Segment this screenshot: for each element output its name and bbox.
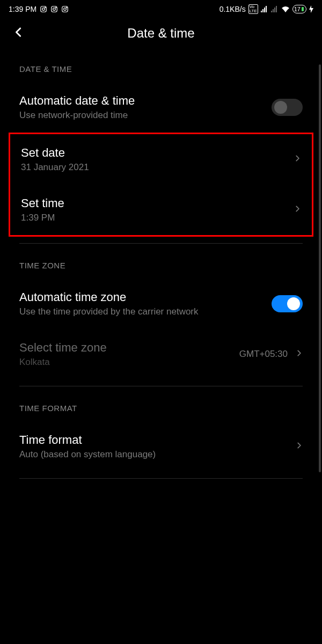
svg-rect-10 bbox=[262, 9, 264, 12]
charging-icon bbox=[309, 5, 313, 13]
row-automatic-time-zone[interactable]: Automatic time zone Use the time provide… bbox=[0, 279, 322, 329]
svg-rect-9 bbox=[261, 11, 262, 12]
svg-rect-11 bbox=[264, 8, 265, 12]
toggle-automatic-time-zone[interactable] bbox=[272, 295, 303, 312]
svg-rect-14 bbox=[273, 9, 274, 12]
row-automatic-date-time[interactable]: Automatic date & time Use network-provid… bbox=[0, 82, 322, 133]
row-subtitle: Auto (based on system language) bbox=[19, 449, 295, 460]
row-title: Set time bbox=[21, 196, 294, 210]
row-value: GMT+05:30 bbox=[239, 349, 288, 360]
instagram-icon bbox=[40, 5, 47, 13]
status-data-rate: 0.1KB/s bbox=[219, 5, 246, 13]
row-time-format[interactable]: Time format Auto (based on system langua… bbox=[0, 421, 322, 472]
svg-point-7 bbox=[64, 8, 67, 11]
status-bar: 1:39 PM 0.1KB/s VoLTE 17 bbox=[0, 0, 322, 16]
toggle-automatic-date-time[interactable] bbox=[272, 99, 303, 116]
svg-rect-13 bbox=[271, 11, 272, 12]
section-header-date-time: DATE & TIME bbox=[0, 54, 322, 82]
row-title: Select time zone bbox=[19, 341, 239, 355]
row-subtitle: Kolkata bbox=[19, 357, 239, 368]
row-subtitle: 31 January 2021 bbox=[21, 162, 294, 173]
signal-icon bbox=[271, 6, 279, 12]
svg-point-5 bbox=[56, 7, 56, 8]
instagram-icon bbox=[50, 5, 58, 13]
chevron-right-icon bbox=[294, 153, 301, 166]
svg-point-4 bbox=[53, 8, 56, 11]
status-time: 1:39 PM bbox=[9, 5, 36, 13]
svg-point-8 bbox=[67, 7, 67, 8]
row-title: Time format bbox=[19, 433, 295, 447]
chevron-right-icon bbox=[295, 348, 303, 361]
svg-rect-15 bbox=[274, 8, 275, 12]
divider bbox=[19, 243, 303, 244]
svg-point-1 bbox=[42, 8, 45, 11]
instagram-icon bbox=[61, 5, 69, 13]
svg-rect-16 bbox=[276, 6, 277, 12]
row-select-time-zone[interactable]: Select time zone Kolkata GMT+05:30 bbox=[0, 329, 322, 379]
volte-icon: VoLTE bbox=[248, 4, 258, 14]
back-button[interactable] bbox=[13, 26, 25, 40]
row-subtitle: 1:39 PM bbox=[21, 213, 294, 223]
divider bbox=[19, 386, 303, 386]
svg-point-2 bbox=[45, 7, 46, 8]
row-subtitle: Use network-provided time bbox=[19, 110, 272, 121]
signal-icon bbox=[261, 6, 268, 12]
chevron-right-icon bbox=[294, 203, 301, 216]
divider bbox=[19, 478, 303, 479]
section-header-time-format: TIME FORMAT bbox=[0, 393, 322, 421]
row-subtitle: Use the time provided by the carrier net… bbox=[19, 306, 272, 317]
page-title: Date & time bbox=[11, 26, 311, 41]
chevron-right-icon bbox=[295, 440, 303, 453]
row-title: Automatic date & time bbox=[19, 94, 272, 108]
section-header-time-zone: TIME ZONE bbox=[0, 250, 322, 279]
highlight-annotation: Set date 31 January 2021 Set time 1:39 P… bbox=[9, 133, 313, 237]
battery-icon: 17 bbox=[292, 5, 306, 13]
row-title: Automatic time zone bbox=[19, 290, 272, 304]
row-set-date[interactable]: Set date 31 January 2021 bbox=[10, 134, 312, 185]
row-set-time[interactable]: Set time 1:39 PM bbox=[10, 185, 312, 235]
svg-rect-12 bbox=[266, 6, 267, 12]
app-header: Date & time bbox=[0, 16, 322, 54]
scrollbar[interactable] bbox=[319, 64, 321, 472]
wifi-icon bbox=[281, 6, 290, 12]
row-title: Set date bbox=[21, 146, 294, 160]
